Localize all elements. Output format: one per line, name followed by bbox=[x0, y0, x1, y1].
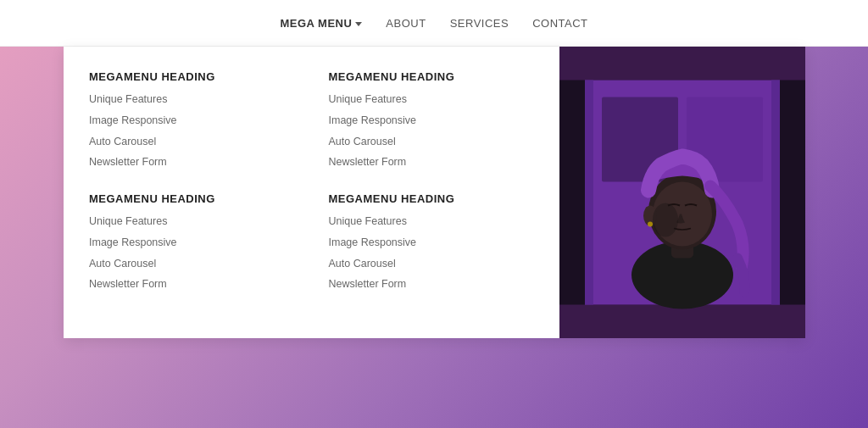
mega-section-4-title: MEGAMENU HEADING bbox=[329, 192, 535, 205]
nav-item-mega-menu[interactable]: MEGA MENU bbox=[280, 17, 362, 30]
mega-section-4: MEGAMENU HEADING Unique Features Image R… bbox=[329, 192, 535, 297]
nav-item-services[interactable]: SERVICES bbox=[450, 17, 509, 30]
svg-rect-3 bbox=[771, 81, 780, 305]
chevron-down-icon bbox=[355, 22, 362, 26]
mega-link-2-3[interactable]: Auto Carousel bbox=[329, 134, 535, 150]
nav-item-contact[interactable]: CONTACT bbox=[532, 17, 587, 30]
mega-link-2-1[interactable]: Unique Features bbox=[329, 92, 535, 108]
mega-link-2-4[interactable]: Newsletter Form bbox=[329, 154, 535, 170]
mega-link-4-2[interactable]: Image Responsive bbox=[329, 235, 535, 251]
mega-link-3-3[interactable]: Auto Carousel bbox=[89, 256, 295, 272]
mega-section-2-title: MEGAMENU HEADING bbox=[329, 70, 535, 83]
mega-link-3-2[interactable]: Image Responsive bbox=[89, 235, 295, 251]
mega-link-1-3[interactable]: Auto Carousel bbox=[89, 134, 295, 150]
mega-section-1: MEGAMENU HEADING Unique Features Image R… bbox=[89, 70, 295, 175]
svg-point-13 bbox=[648, 222, 653, 227]
mega-menu-label: MEGA MENU bbox=[280, 17, 352, 30]
mega-link-4-1[interactable]: Unique Features bbox=[329, 214, 535, 230]
mega-link-1-1[interactable]: Unique Features bbox=[89, 92, 295, 108]
mega-section-3-title: MEGAMENU HEADING bbox=[89, 192, 295, 205]
person-image bbox=[559, 47, 805, 338]
mega-link-4-3[interactable]: Auto Carousel bbox=[329, 256, 535, 272]
mega-link-3-1[interactable]: Unique Features bbox=[89, 214, 295, 230]
nav-item-about[interactable]: ABOUT bbox=[386, 17, 426, 30]
nav-items: MEGA MENU ABOUT SERVICES CONTACT bbox=[280, 17, 587, 30]
mega-link-1-2[interactable]: Image Responsive bbox=[89, 113, 295, 129]
svg-point-14 bbox=[653, 203, 678, 237]
mega-menu-image-panel bbox=[559, 47, 805, 338]
mega-menu-content: MEGAMENU HEADING Unique Features Image R… bbox=[64, 47, 559, 338]
mega-link-4-4[interactable]: Newsletter Form bbox=[329, 276, 535, 292]
mega-menu-dropdown: MEGAMENU HEADING Unique Features Image R… bbox=[64, 47, 805, 338]
mega-section-3: MEGAMENU HEADING Unique Features Image R… bbox=[89, 192, 295, 297]
mega-link-2-2[interactable]: Image Responsive bbox=[329, 113, 535, 129]
mega-section-2: MEGAMENU HEADING Unique Features Image R… bbox=[329, 70, 535, 175]
mega-link-3-4[interactable]: Newsletter Form bbox=[89, 276, 295, 292]
mega-link-1-4[interactable]: Newsletter Form bbox=[89, 154, 295, 170]
navbar: MEGA MENU ABOUT SERVICES CONTACT bbox=[0, 0, 868, 47]
person-svg bbox=[559, 47, 805, 338]
svg-rect-2 bbox=[585, 81, 593, 305]
mega-section-1-title: MEGAMENU HEADING bbox=[89, 70, 295, 83]
